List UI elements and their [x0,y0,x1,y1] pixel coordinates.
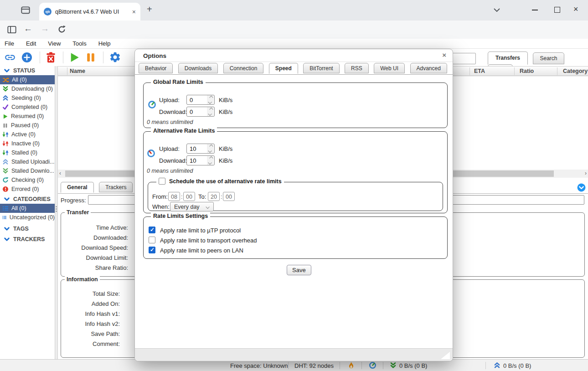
dialog-tab-bittorrent[interactable]: BitTorrent [303,63,339,73]
trackers-header[interactable]: TRACKERS [0,235,55,244]
dialog-tab-webui[interactable]: Web UI [374,63,405,73]
tags-header[interactable]: TAGS [0,224,55,233]
tab-list-chevron-icon[interactable] [493,7,500,13]
status-header[interactable]: STATUS [0,66,55,75]
tab-transfers[interactable]: Transfers [488,52,528,65]
sidebar-category-uncategorized[interactable]: Uncategorized (0) [0,213,55,222]
dialog-close-icon[interactable]: × [440,51,448,59]
column-ratio[interactable]: Ratio [520,68,534,74]
sidebar-item-inactive[interactable]: Inactive (0) [0,139,55,148]
resize-handle-icon[interactable] [441,352,450,359]
global-upload-input[interactable]: 0 [186,95,215,105]
minimize-icon[interactable] [532,10,538,10]
add-torrent-file-icon[interactable] [21,52,32,63]
resume-icon[interactable] [68,52,80,63]
lan-limit-checkbox[interactable] [149,247,155,253]
column-eta[interactable]: ETA [474,68,485,74]
to-hour-input[interactable]: 20 [208,192,220,201]
sidebar-item-label: Stalled Uploadi... [11,159,55,165]
tab-actions-icon[interactable] [21,6,30,14]
menu-file[interactable]: File [5,40,14,47]
tab-search[interactable]: Search [533,52,564,64]
information-legend: Information [65,276,100,283]
spinner-arrows[interactable] [207,156,214,165]
schedule-checkbox[interactable] [159,178,165,185]
alt-speed-flame-icon[interactable] [348,361,355,370]
sidebar-item-completed[interactable]: Completed (0) [0,103,55,112]
maximize-icon[interactable] [554,7,560,13]
global-download-input[interactable]: 0 [186,107,215,117]
sidebar-item-downloading[interactable]: Downloading (0) [0,84,55,93]
dialog-tab-advanced[interactable]: Advanced [410,63,447,73]
spinner-arrows[interactable] [207,107,214,116]
tab-close-icon[interactable]: × [132,8,136,15]
when-select[interactable]: Every day [170,202,214,211]
sidebar-item-stalled[interactable]: Stalled (0) [0,148,55,157]
dialog-tab-downloads[interactable]: Downloads [178,63,218,73]
utp-limit-checkbox[interactable] [149,227,155,233]
dialog-tab-connection[interactable]: Connection [223,63,264,73]
delete-torrent-icon[interactable] [45,52,57,63]
connection-speedometer-icon[interactable] [369,361,377,369]
sidebar-item-label: Uncategorized (0) [10,214,55,221]
sidebar-item-errored[interactable]: Errored (0) [0,185,55,194]
sidebar-item-all[interactable]: All (0) [0,75,55,84]
sidebar-item-resumed[interactable]: Resumed (0) [0,112,55,121]
menu-edit[interactable]: Edit [26,40,36,47]
sidebar-item-stalled-downloading[interactable]: Stalled Downlo... [0,166,55,175]
from-hour-input[interactable]: 08 [168,192,180,201]
scroll-left-icon[interactable]: ‹ [59,170,61,176]
reload-icon[interactable] [57,25,66,34]
spinner-arrows[interactable] [207,144,214,153]
save-button[interactable]: Save [287,265,311,275]
sidebar-item-seeding[interactable]: Seeding (0) [0,93,55,103]
forward-icon[interactable]: → [41,24,49,34]
dialog-title-bar[interactable]: Options × [135,49,453,62]
to-minute-input[interactable]: 00 [223,192,235,201]
sidebar-item-active[interactable]: Active (0) [0,130,55,139]
sidebar-item-paused[interactable]: Paused (0) [0,121,55,130]
browser-tab-title: qBittorrent v4.6.7 Web UI [55,9,132,15]
categories-header[interactable]: CATEGORIES [0,195,55,204]
sidebar-item-label: Inactive (0) [11,140,40,147]
tab-trackers[interactable]: Trackers [99,182,133,192]
back-icon[interactable]: ← [24,24,32,34]
statusbar-separator [383,362,383,369]
chevron-down-icon [4,67,10,74]
view-tab-bar: Transfers Search RSS [488,52,588,66]
new-tab-icon[interactable]: + [147,4,152,15]
options-gear-icon[interactable] [109,51,121,63]
dialog-tab-behavior[interactable]: Behavior [139,63,173,73]
checkmark-icon [2,104,9,110]
column-category[interactable]: Category [563,68,588,74]
sidebar-item-stalled-uploading[interactable]: Stalled Uploadi... [0,157,55,166]
unit-label: KiB/s [219,145,232,152]
colon: : [221,193,222,200]
toolbar-separator [63,52,63,63]
collapse-panel-icon[interactable] [577,183,586,192]
alt-upload-input[interactable]: 10 [186,144,215,154]
sidebar-item-checking[interactable]: Checking (0) [0,175,55,185]
column-name[interactable]: Name [70,68,85,74]
browser-tab[interactable]: qb qBittorrent v4.6.7 Web UI × [39,3,140,21]
browser-tab-strip: qb qBittorrent v4.6.7 Web UI × + × [0,0,588,21]
spinner-arrows[interactable] [207,95,214,104]
add-torrent-link-icon[interactable] [4,52,16,63]
sidebar-splitter[interactable] [55,66,58,359]
alt-download-input[interactable]: 10 [186,155,215,165]
sidebar-category-all[interactable]: All (0) [0,204,55,213]
menu-tools[interactable]: Tools [72,40,86,47]
sidebar-toggle-icon[interactable] [7,26,16,34]
statusbar-separator [340,362,340,369]
pause-icon[interactable] [85,52,97,63]
overhead-limit-checkbox[interactable] [149,237,155,243]
scroll-right-icon[interactable]: › [585,170,587,176]
dialog-tab-rss[interactable]: RSS [345,63,369,73]
menu-help[interactable]: Help [98,40,111,47]
from-minute-input[interactable]: 00 [183,192,195,201]
menu-view[interactable]: View [48,40,61,47]
double-chevron-down-icon [2,86,9,92]
dialog-tab-speed[interactable]: Speed [269,63,298,74]
tab-general[interactable]: General [61,182,94,193]
close-window-icon[interactable]: × [573,5,578,14]
